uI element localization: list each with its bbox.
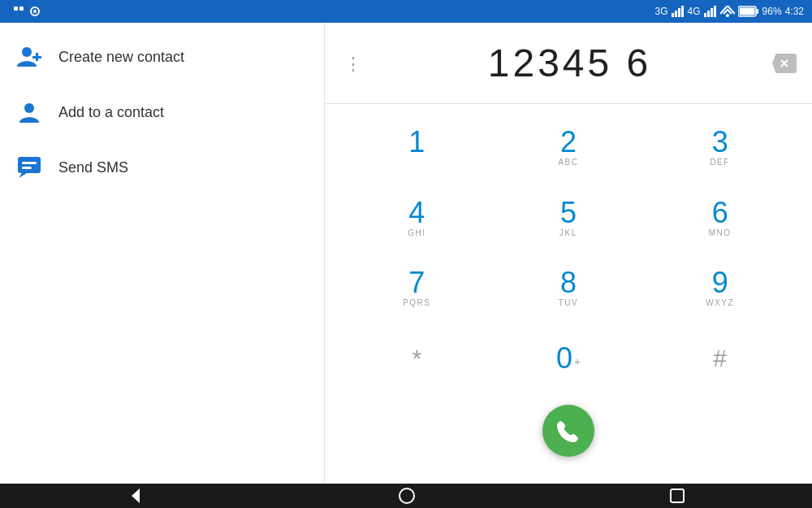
person-icon	[16, 99, 42, 125]
call-button-row	[542, 405, 594, 465]
key-star[interactable]: *	[384, 334, 449, 383]
svg-rect-20	[18, 157, 41, 173]
home-icon	[398, 487, 416, 505]
svg-marker-24	[132, 488, 140, 503]
svg-point-19	[24, 103, 34, 113]
left-panel: Create new contact Add to a contact	[0, 23, 325, 484]
clock: 4:32	[785, 6, 804, 17]
svg-rect-9	[707, 11, 710, 17]
battery-icon	[738, 6, 759, 17]
backspace-icon	[772, 54, 797, 73]
key-2[interactable]: 2 ABC	[536, 123, 601, 172]
svg-point-12	[726, 14, 729, 17]
svg-rect-18	[32, 56, 41, 59]
key-8[interactable]: 8 TUV	[536, 263, 601, 312]
back-button[interactable]	[127, 487, 145, 505]
dialpad-row-4: * 0 + #	[341, 334, 796, 383]
key-9[interactable]: 9 WXYZ	[688, 263, 753, 312]
add-to-contact-item[interactable]: Add to a contact	[0, 85, 324, 140]
svg-rect-1	[19, 7, 24, 11]
svg-rect-23	[22, 167, 32, 169]
status-bar: 3G 4G 96% 4:32	[0, 0, 812, 23]
svg-rect-26	[671, 489, 684, 502]
svg-rect-7	[681, 6, 684, 17]
add-to-contact-label: Add to a contact	[58, 104, 164, 121]
send-sms-label: Send SMS	[58, 159, 128, 176]
dialer-number-display: 12345 6	[369, 41, 770, 85]
dialpad-row-2: 4 GHI 5 JKL 6 MNO	[341, 193, 796, 242]
key-5[interactable]: 5 JKL	[536, 193, 601, 242]
svg-point-3	[33, 10, 37, 13]
svg-marker-21	[19, 173, 27, 178]
main-content: Create new contact Add to a contact	[0, 23, 812, 484]
home-button[interactable]	[398, 487, 416, 505]
svg-rect-8	[704, 13, 706, 17]
create-new-contact-item[interactable]: Create new contact	[0, 29, 324, 85]
svg-rect-4	[672, 13, 674, 17]
phone-icon	[555, 418, 581, 444]
recents-button[interactable]	[669, 488, 685, 504]
svg-rect-11	[714, 6, 716, 17]
app-icon-2	[29, 6, 41, 17]
svg-rect-14	[756, 9, 758, 14]
delete-button[interactable]	[770, 49, 799, 78]
recents-icon	[669, 488, 685, 504]
key-1[interactable]: 1 ·	[384, 123, 449, 172]
svg-rect-15	[739, 8, 754, 15]
wifi-icon	[720, 6, 735, 17]
battery-percent: 96%	[762, 6, 782, 17]
signal-4g: 4G	[688, 6, 701, 17]
signal-bars-2-icon	[704, 6, 717, 17]
app-icon-1	[13, 6, 24, 17]
key-4[interactable]: 4 GHI	[384, 193, 449, 242]
person-add-icon	[16, 44, 42, 70]
key-3[interactable]: 3 DEF	[688, 123, 753, 172]
key-0[interactable]: 0 +	[536, 334, 601, 383]
svg-point-25	[400, 488, 414, 503]
svg-rect-0	[14, 7, 18, 11]
key-6[interactable]: 6 MNO	[688, 193, 753, 242]
key-hash[interactable]: #	[688, 334, 753, 383]
svg-rect-6	[678, 8, 680, 17]
dialpad: 1 · 2 ABC 3 DEF 4 GHI 5	[325, 104, 812, 484]
dialpad-row-1: 1 · 2 ABC 3 DEF	[341, 123, 796, 172]
svg-rect-5	[675, 11, 677, 17]
dialer-panel: ⋮ 12345 6 1 · 2 ABC 3 DEF	[325, 23, 812, 484]
call-button[interactable]	[542, 405, 594, 457]
send-sms-item[interactable]: Send SMS	[0, 140, 324, 195]
dialpad-row-3: 7 PQRS 8 TUV 9 WXYZ	[341, 263, 796, 312]
key-7[interactable]: 7 PQRS	[384, 263, 449, 312]
signal-3g: 3G	[655, 6, 668, 17]
svg-point-16	[22, 47, 32, 57]
svg-rect-22	[22, 162, 37, 164]
signal-bars-icon	[672, 6, 685, 17]
more-options-button[interactable]: ⋮	[338, 23, 369, 81]
create-new-contact-label: Create new contact	[58, 49, 184, 66]
message-icon	[16, 154, 42, 180]
svg-rect-10	[710, 8, 713, 17]
back-icon	[127, 487, 145, 505]
dialer-header: ⋮ 12345 6	[325, 23, 812, 104]
nav-bar	[0, 484, 812, 508]
